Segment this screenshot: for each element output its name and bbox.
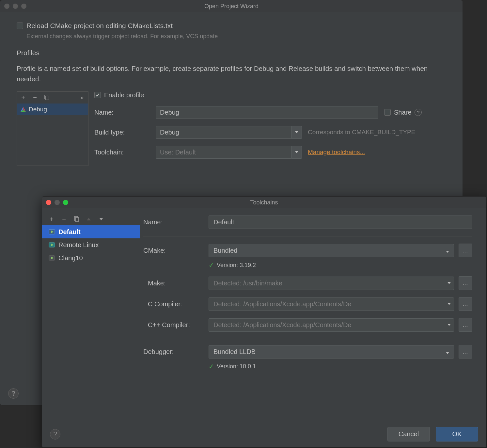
cmake-combo[interactable]: Bundled (209, 244, 454, 257)
toolchain-item-label: Clang10 (58, 254, 83, 262)
expand-icon[interactable]: » (79, 95, 85, 101)
svg-marker-19 (448, 282, 451, 284)
ok-button[interactable]: OK (436, 427, 478, 441)
ccomp-label: C Compiler: (143, 300, 209, 308)
profile-name-input[interactable]: Debug (156, 106, 378, 119)
enable-profile-label: Enable profile (104, 91, 144, 99)
cxxcomp-browse-button[interactable]: … (459, 318, 472, 332)
copy-icon[interactable] (73, 216, 79, 222)
chevron-down-icon[interactable] (444, 280, 454, 287)
svg-marker-20 (448, 303, 451, 305)
cmake-label: CMake: (143, 247, 209, 254)
debugger-combo[interactable]: Bundled LLDB (209, 345, 454, 359)
cxxcomp-label: C++ Compiler: (143, 321, 209, 329)
chevron-down-icon (446, 348, 449, 356)
wizard-help-button[interactable]: ? (8, 388, 19, 399)
add-icon[interactable]: + (49, 216, 55, 222)
toolchains-sidebar-toolbar: + − (42, 214, 140, 225)
toolchain-item-label: Default (58, 228, 81, 236)
reload-hint: External changes always trigger project … (26, 33, 446, 40)
chevron-down-icon (446, 247, 449, 254)
wizard-titlebar: Open Project Wizard (0, 0, 463, 12)
make-browse-button[interactable]: … (459, 276, 472, 290)
svg-marker-22 (446, 352, 449, 354)
toolchains-help-button[interactable]: ? (50, 429, 60, 440)
debugger-version: Version: 10.0.1 (217, 363, 256, 370)
share-help-icon[interactable]: ? (415, 109, 422, 116)
divider (143, 236, 472, 236)
cmake-icon (20, 106, 26, 112)
svg-marker-11 (99, 218, 103, 220)
chevron-down-icon[interactable] (444, 321, 454, 329)
toolchain-form: Name: Default CMake: Bundled … ✓ Version… (140, 213, 486, 427)
profile-item-debug[interactable]: Debug (17, 104, 88, 115)
toolchain-label: Toolchain: (94, 149, 156, 156)
add-icon[interactable]: + (20, 95, 26, 101)
profiles-sidebar: + − » Debug (17, 91, 88, 166)
toolchains-titlebar: Toolchains (42, 197, 486, 208)
profiles-sidebar-toolbar: + − » (17, 92, 88, 104)
ccomp-combo[interactable]: Detected: /Applications/Xcode.app/Conten… (209, 297, 454, 311)
move-down-icon[interactable] (98, 216, 104, 222)
svg-marker-6 (295, 131, 298, 133)
chevron-down-icon[interactable] (444, 300, 454, 308)
run-icon (49, 255, 55, 261)
move-up-icon[interactable] (86, 216, 92, 222)
toolchain-combo[interactable]: Use: Default (156, 146, 302, 159)
wizard-title: Open Project Wizard (0, 3, 463, 10)
toolchain-item-default[interactable]: Default (42, 225, 140, 238)
cancel-button[interactable]: Cancel (387, 427, 430, 441)
check-icon: ✓ (209, 261, 214, 269)
remove-icon[interactable]: − (32, 95, 38, 101)
build-type-label: Build type: (94, 129, 156, 136)
svg-marker-10 (87, 218, 91, 220)
copy-icon[interactable] (44, 95, 50, 101)
name-label: Name: (94, 109, 156, 116)
toolchain-item-remote-linux[interactable]: Remote Linux (42, 238, 140, 251)
cxxcomp-combo[interactable]: Detected: /Applications/Xcode.app/Conten… (209, 318, 454, 332)
svg-marker-21 (448, 324, 451, 326)
enable-profile-checkbox[interactable] (94, 92, 101, 98)
toolchain-item-label: Remote Linux (58, 241, 99, 249)
debugger-label: Debugger: (143, 348, 209, 356)
svg-marker-18 (446, 251, 449, 253)
share-checkbox[interactable] (384, 109, 391, 116)
build-type-combo[interactable]: Debug (156, 126, 302, 139)
tc-name-input[interactable]: Default (209, 216, 472, 229)
profiles-desc: Profile is a named set of build options.… (17, 63, 446, 84)
toolchains-dialog: Toolchains + − Default (42, 196, 486, 448)
make-combo[interactable]: Detected: /usr/bin/make (209, 277, 454, 290)
svg-marker-7 (295, 151, 298, 153)
chevron-down-icon[interactable] (291, 146, 302, 159)
toolchains-title: Toolchains (42, 199, 486, 206)
profile-form: Enable profile Name: Debug Share ? Build… (94, 91, 446, 166)
svg-rect-1 (46, 96, 49, 100)
cmake-version: Version: 3.19.2 (217, 262, 256, 269)
make-label: Make: (143, 280, 209, 287)
profiles-section-header: Profiles (17, 49, 446, 57)
debugger-browse-button[interactable]: … (459, 345, 472, 359)
reload-cmake-label: Reload CMake project on editing CMakeLis… (26, 22, 173, 30)
tc-name-label: Name: (143, 218, 209, 226)
run-icon (49, 229, 55, 235)
remove-icon[interactable]: − (61, 216, 67, 222)
reload-cmake-checkbox[interactable] (17, 23, 23, 29)
toolchains-sidebar: + − Default (42, 213, 140, 427)
check-icon: ✓ (209, 362, 214, 370)
build-type-hint: Corresponds to CMAKE_BUILD_TYPE (308, 129, 415, 136)
manage-toolchains-link[interactable]: Manage toolchains... (308, 149, 365, 156)
svg-rect-9 (75, 217, 79, 221)
cmake-browse-button[interactable]: … (459, 244, 472, 257)
remote-icon (49, 242, 55, 248)
toolchain-item-clang10[interactable]: Clang10 (42, 251, 140, 264)
share-label: Share (394, 109, 411, 116)
ccomp-browse-button[interactable]: … (459, 297, 472, 311)
profile-item-label: Debug (29, 106, 47, 113)
chevron-down-icon[interactable] (291, 126, 302, 139)
